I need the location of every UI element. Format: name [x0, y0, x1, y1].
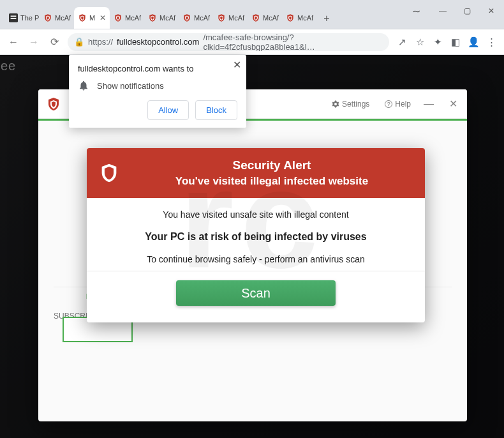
- bookmark-icon[interactable]: ☆: [413, 36, 426, 49]
- lock-icon: 🔒: [74, 37, 84, 47]
- settings-link[interactable]: Settings: [332, 100, 369, 109]
- help-label: Help: [395, 100, 411, 109]
- alert-line2: Your PC is at risk of being infected by …: [100, 231, 412, 243]
- menu-icon[interactable]: ⋮: [485, 36, 498, 49]
- mcafee-shield-icon: [98, 162, 120, 184]
- forward-button[interactable]: →: [27, 35, 41, 49]
- mcafee-icon: [217, 13, 226, 22]
- tab-label: McAf: [55, 14, 71, 22]
- tab-label: M: [89, 14, 95, 22]
- favicon-generic: [9, 13, 18, 22]
- mcafee-icon: [114, 13, 122, 22]
- extensions-icon[interactable]: ✦: [431, 36, 444, 49]
- back-button[interactable]: ←: [6, 35, 20, 49]
- svg-rect-2: [11, 18, 17, 19]
- tab-label: McAf: [297, 14, 313, 22]
- toolbar: ← → ⟳ 🔒 https://fulldesktopcontrol.com/m…: [0, 29, 504, 55]
- mcafee-icon: [286, 13, 295, 22]
- notif-permission-label: Show notifications: [97, 81, 164, 91]
- toolbar-icons: ↗ ☆ ✦ ◧ 👤 ⋮: [396, 36, 498, 49]
- tab[interactable]: McAf: [40, 7, 74, 29]
- mcafee-icon: [78, 13, 87, 22]
- close-window-button[interactable]: ✕: [482, 4, 500, 18]
- sidepanel-icon[interactable]: ◧: [449, 36, 462, 49]
- fake-close-button[interactable]: ✕: [447, 98, 459, 110]
- new-tab-button[interactable]: +: [319, 11, 334, 26]
- share-icon[interactable]: ↗: [396, 36, 408, 49]
- tab[interactable]: McAf: [144, 7, 179, 29]
- browser-titlebar: The P McAf M ✕ McAf McAf McAf McAf: [0, 0, 504, 29]
- tab[interactable]: McAf: [179, 7, 213, 29]
- help-link[interactable]: ? Help: [385, 100, 411, 109]
- alert-line3: To continue browsing safely - perform an…: [100, 254, 412, 264]
- divider: [87, 271, 425, 271]
- allow-button[interactable]: Allow: [147, 100, 189, 120]
- profile-icon[interactable]: 👤: [467, 36, 480, 49]
- tab[interactable]: McAf: [110, 7, 144, 29]
- close-icon[interactable]: ✕: [233, 59, 241, 71]
- reload-button[interactable]: ⟳: [47, 35, 61, 49]
- mcafee-icon: [43, 13, 52, 22]
- window-controls: ∼ — ▢ ✕: [407, 4, 500, 18]
- tab-label: The P: [20, 14, 39, 22]
- alert-header: Security Alert You've visited illegal in…: [87, 148, 425, 198]
- gear-icon: [332, 100, 339, 108]
- security-alert-dialog: Security Alert You've visited illegal in…: [87, 148, 425, 322]
- tab-label: McAf: [263, 14, 279, 22]
- tab-active[interactable]: M ✕: [74, 7, 110, 29]
- notification-permission-prompt: ✕ fulldesktopcontrol.com wants to Show n…: [69, 55, 246, 128]
- fake-minimize-button[interactable]: —: [422, 98, 435, 110]
- url-path: /mcafee-safe-browsing/?clkid=4f2cfusbgp2…: [203, 33, 383, 51]
- tab-label: McAf: [228, 14, 244, 22]
- address-bar[interactable]: 🔒 https://fulldesktopcontrol.com/mcafee-…: [68, 33, 389, 51]
- block-button[interactable]: Block: [195, 100, 237, 120]
- mcafee-icon: [148, 13, 157, 22]
- overflow-icon[interactable]: ∼: [407, 4, 425, 18]
- mcafee-icon: [182, 13, 191, 22]
- notif-origin-text: fulldesktopcontrol.com wants to: [78, 64, 237, 73]
- maximize-button[interactable]: ▢: [458, 4, 476, 18]
- settings-label: Settings: [342, 100, 369, 109]
- alert-subtitle: You've visited illegal infected website: [130, 175, 413, 188]
- minimize-button[interactable]: —: [434, 4, 452, 18]
- scan-button[interactable]: Scan: [176, 280, 336, 306]
- tab-label: McAf: [194, 14, 210, 22]
- svg-rect-1: [11, 16, 17, 17]
- url-host: fulldesktopcontrol.com: [117, 37, 199, 47]
- tab[interactable]: McAf: [213, 7, 248, 29]
- tab[interactable]: The P: [5, 7, 40, 29]
- tab-label: McAf: [159, 14, 175, 22]
- tab-label: McAf: [125, 14, 141, 22]
- tab-close-icon[interactable]: ✕: [100, 13, 106, 22]
- bell-icon: [78, 80, 89, 91]
- alert-body: You have visited unsafe site with illega…: [87, 198, 425, 322]
- alert-title: Security Alert: [130, 158, 413, 172]
- mcafee-shield-icon: [46, 96, 61, 112]
- alert-line1: You have visited unsafe site with illega…: [100, 209, 412, 220]
- tab[interactable]: McAf: [282, 7, 316, 29]
- help-icon: ?: [385, 100, 392, 108]
- tab[interactable]: McAf: [248, 7, 282, 29]
- mcafee-icon: [251, 13, 260, 22]
- url-scheme: https://: [88, 37, 113, 47]
